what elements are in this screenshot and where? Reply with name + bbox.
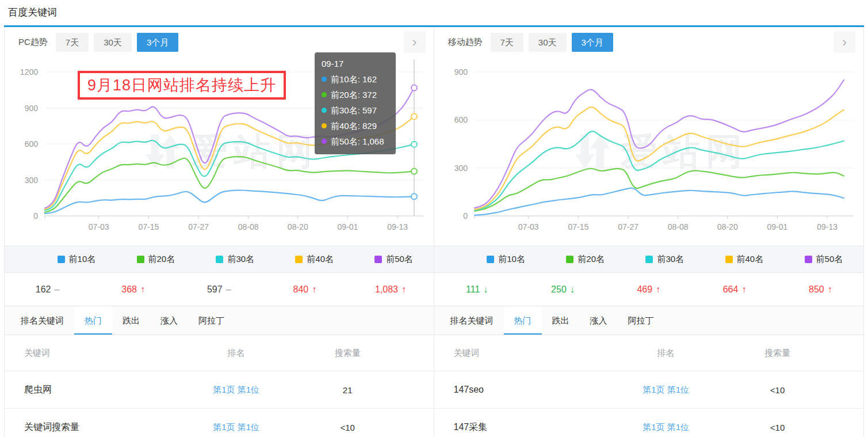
mobile-trend-title: 移动趋势	[448, 37, 483, 48]
pc-range-7d-button[interactable]: 7天	[56, 33, 89, 52]
legend-top50[interactable]: 前50名	[354, 254, 434, 265]
value-top20: 368↑	[90, 284, 176, 295]
tab-risen[interactable]: 涨入	[150, 306, 188, 335]
legend-top40[interactable]: 前40名	[705, 254, 784, 265]
rank-link[interactable]: 第1页 第1位	[213, 385, 259, 394]
legend-top30[interactable]: 前30名	[196, 254, 275, 265]
rank-link[interactable]: 第1页 第1位	[213, 422, 259, 432]
svg-text:900: 900	[25, 104, 39, 113]
svg-text:08-20: 08-20	[288, 222, 308, 231]
svg-text:1200: 1200	[20, 67, 38, 77]
annotation-box: 9月18日网站排名持续上升	[78, 71, 286, 100]
legend-top10[interactable]: 前10名	[37, 254, 116, 265]
legend-swatch-top50	[374, 256, 382, 263]
svg-text:09-01: 09-01	[767, 222, 787, 231]
value-top50: 850↑	[778, 284, 863, 295]
tooltip-top10: 前10名: 162	[331, 71, 377, 87]
mobile-range-3m-button[interactable]: 3个月	[572, 33, 613, 52]
trend-panels: PC趋势 7天 30天 3个月 › 爱站网 0300600900120007-0…	[4, 25, 864, 437]
tab-aladdin[interactable]: 阿拉丁	[188, 306, 235, 335]
table-row: 147采集 第1页 第1位 <10	[434, 408, 864, 437]
tab-ranking-keywords[interactable]: 排名关键词	[440, 306, 504, 335]
svg-text:07-27: 07-27	[188, 222, 209, 231]
legend-top20[interactable]: 前20名	[116, 254, 196, 265]
svg-text:09-01: 09-01	[338, 222, 358, 231]
header-rank: 排名	[176, 348, 296, 359]
value-top20: 250↓	[520, 284, 606, 295]
trend-flat-icon: –	[54, 284, 59, 294]
tooltip-dot-top40	[322, 123, 327, 128]
mobile-keyword-tabs: 排名关键词 热门 跌出 涨入 阿拉丁	[434, 306, 864, 335]
value-top30: 597–	[176, 284, 262, 295]
tab-dropped[interactable]: 跌出	[112, 306, 150, 335]
tooltip-top40: 前40名: 829	[331, 118, 377, 134]
mobile-range-30d-button[interactable]: 30天	[529, 33, 567, 52]
tooltip-top20: 前20名: 372	[331, 87, 377, 102]
trend-up-icon: ↑	[402, 284, 406, 294]
pc-legend: 前10名 前20名 前30名 前40名 前50名	[5, 246, 434, 272]
table-row: 关键词搜索量 第1页 第1位 <10	[5, 408, 434, 437]
tooltip-top30: 前30名: 597	[331, 102, 377, 118]
header-rank: 排名	[606, 348, 726, 359]
tab-ranking-keywords[interactable]: 排名关键词	[10, 306, 74, 335]
pc-trend-chart[interactable]: 爱站网 0300600900120007-0307-1507-2708-0808…	[5, 57, 434, 246]
trend-down-icon: ↓	[570, 284, 575, 294]
legend-swatch-top50	[805, 256, 812, 263]
tab-aladdin[interactable]: 阿拉丁	[618, 306, 664, 335]
volume-cell: <10	[726, 423, 863, 432]
keyword-cell: 爬虫网	[5, 384, 176, 396]
legend-swatch-top20	[566, 256, 573, 263]
value-top50: 1,083↑	[347, 284, 433, 295]
legend-top20[interactable]: 前20名	[546, 254, 625, 265]
page-title: 百度关键词	[0, 0, 868, 25]
chart-tooltip: 09-17 前10名: 162 前20名: 372 前30名: 597 前40名…	[315, 52, 396, 154]
legend-top10[interactable]: 前10名	[466, 254, 546, 265]
pc-range-30d-button[interactable]: 30天	[94, 33, 132, 52]
keyword-cell: 关键词搜索量	[5, 421, 176, 434]
mobile-line-chart-svg: 030060090007-0307-1507-2708-0808-2009-01…	[434, 57, 863, 246]
mobile-legend: 前10名 前20名 前30名 前40名 前50名	[434, 246, 864, 272]
keyword-cell: 147采集	[434, 421, 606, 434]
legend-top50[interactable]: 前50名	[784, 254, 863, 265]
tooltip-top50: 前50名: 1,068	[331, 134, 384, 149]
trend-up-icon: ↑	[140, 284, 145, 294]
svg-text:08-08: 08-08	[667, 222, 688, 231]
value-top10: 162–	[5, 284, 90, 295]
pc-trend-panel: PC趋势 7天 30天 3个月 › 爱站网 0300600900120007-0…	[4, 27, 434, 437]
svg-text:300: 300	[454, 164, 468, 173]
value-top40: 840↑	[262, 284, 347, 295]
header-search-volume: 搜索量	[726, 348, 863, 359]
legend-top30[interactable]: 前30名	[625, 254, 705, 265]
pc-next-arrow-icon[interactable]: ›	[404, 31, 426, 53]
tooltip-dot-top50	[322, 139, 327, 144]
pc-range-3m-button[interactable]: 3个月	[137, 33, 178, 52]
tab-risen[interactable]: 涨入	[580, 306, 618, 335]
svg-text:600: 600	[454, 115, 468, 124]
pc-table-header: 关键词 排名 搜索量	[5, 335, 434, 371]
mobile-trend-panel: 移动趋势 7天 30天 3个月 › 爱站网 030060090007-0307-…	[434, 27, 865, 437]
tooltip-dot-top20	[322, 92, 327, 97]
rank-link[interactable]: 第1页 第1位	[643, 422, 689, 432]
pc-current-values: 162– 368↑ 597– 840↑ 1,083↑	[5, 272, 434, 306]
mobile-trend-chart[interactable]: 爱站网 030060090007-0307-1507-2708-0808-200…	[434, 57, 864, 246]
svg-text:09-13: 09-13	[817, 222, 838, 231]
mobile-next-arrow-icon[interactable]: ›	[833, 31, 855, 53]
svg-text:09-13: 09-13	[387, 222, 408, 231]
legend-top40[interactable]: 前40名	[275, 254, 354, 265]
svg-text:07-03: 07-03	[518, 222, 538, 231]
value-top40: 664↑	[691, 284, 777, 295]
svg-text:07-03: 07-03	[89, 222, 109, 231]
svg-text:900: 900	[454, 67, 468, 77]
header-keyword: 关键词	[434, 348, 606, 359]
trend-up-icon: ↑	[312, 284, 316, 294]
legend-swatch-top20	[137, 256, 144, 263]
tab-dropped[interactable]: 跌出	[542, 306, 580, 335]
table-row: 147seo 第1页 第1位 <10	[434, 371, 864, 408]
mobile-range-7d-button[interactable]: 7天	[491, 33, 523, 52]
tab-hot[interactable]: 热门	[504, 306, 542, 335]
tab-hot[interactable]: 热门	[74, 306, 112, 335]
svg-text:0: 0	[463, 211, 468, 221]
tooltip-date: 09-17	[322, 56, 389, 71]
rank-link[interactable]: 第1页 第1位	[643, 385, 689, 394]
legend-swatch-top40	[725, 256, 733, 263]
